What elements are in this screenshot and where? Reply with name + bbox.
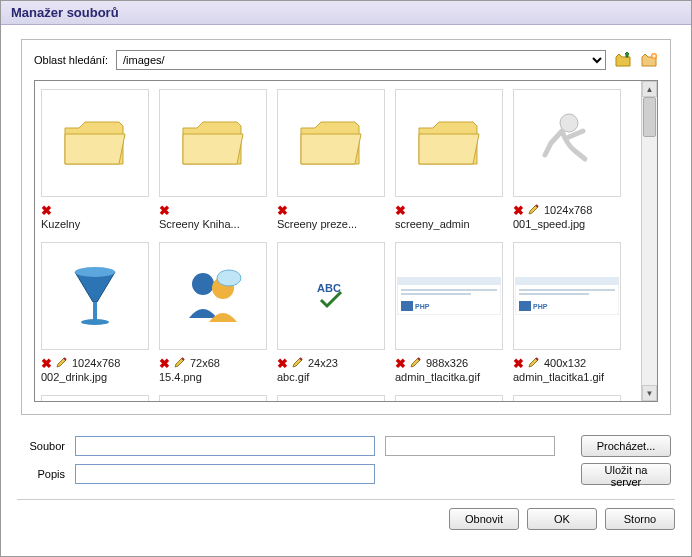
file-grid-container: ✖Kuzelny✖Screeny Kniha...✖Screeny preze.… bbox=[34, 80, 658, 402]
file-item[interactable]: ✖1024x768002_drink.jpg bbox=[41, 242, 149, 383]
file-dimensions: 24x23 bbox=[308, 357, 338, 369]
folder-item[interactable]: ✖Kuzelny bbox=[41, 89, 149, 230]
file-dimensions: 988x326 bbox=[426, 357, 468, 369]
file-thumbnail[interactable] bbox=[513, 89, 621, 197]
file-item[interactable]: ✖1024x768001_speed.jpg bbox=[513, 89, 621, 230]
svg-point-7 bbox=[217, 270, 241, 286]
edit-icon[interactable] bbox=[528, 356, 540, 370]
refresh-button[interactable]: Obnovit bbox=[449, 508, 519, 530]
svg-point-5 bbox=[192, 273, 214, 295]
folder-icon[interactable] bbox=[41, 89, 149, 197]
svg-rect-13 bbox=[401, 289, 497, 291]
svg-point-2 bbox=[75, 267, 115, 277]
edit-icon[interactable] bbox=[56, 356, 68, 370]
file-browser-panel: Oblast hledání: /images/ ✖Kuzelny✖Screen… bbox=[21, 39, 671, 415]
item-label: Screeny preze... bbox=[277, 218, 385, 230]
delete-icon[interactable]: ✖ bbox=[395, 356, 406, 371]
svg-text:ABC: ABC bbox=[317, 282, 341, 294]
item-label: 15.4.png bbox=[159, 371, 267, 383]
delete-icon[interactable]: ✖ bbox=[41, 356, 52, 371]
vertical-scrollbar[interactable]: ▲ ▼ bbox=[641, 81, 657, 401]
window-title: Manažer souborů bbox=[11, 5, 119, 20]
item-label: admin_tlacitka.gif bbox=[395, 371, 503, 383]
svg-rect-3 bbox=[93, 302, 97, 320]
scroll-up-button[interactable]: ▲ bbox=[642, 81, 657, 97]
scroll-thumb[interactable] bbox=[643, 97, 656, 137]
file-item-partial bbox=[513, 395, 621, 401]
search-label: Oblast hledání: bbox=[34, 54, 108, 66]
file-thumbnail[interactable]: ABC bbox=[277, 242, 385, 350]
delete-icon[interactable]: ✖ bbox=[159, 356, 170, 371]
file-item-partial bbox=[159, 395, 267, 401]
svg-rect-10 bbox=[397, 277, 501, 285]
folder-item[interactable]: ✖Screeny preze... bbox=[277, 89, 385, 230]
window-titlebar: Manažer souborů bbox=[1, 1, 691, 25]
delete-icon[interactable]: ✖ bbox=[41, 203, 52, 218]
file-label: Soubor bbox=[21, 440, 65, 452]
file-item[interactable]: ✖72x6815.4.png bbox=[159, 242, 267, 383]
folder-up-icon[interactable] bbox=[614, 51, 632, 69]
svg-rect-19 bbox=[519, 289, 615, 291]
folder-icon[interactable] bbox=[277, 89, 385, 197]
file-thumbnail[interactable] bbox=[159, 242, 267, 350]
delete-icon[interactable]: ✖ bbox=[513, 203, 524, 218]
item-label: screeny_admin bbox=[395, 218, 503, 230]
new-folder-icon[interactable] bbox=[640, 51, 658, 69]
delete-icon[interactable]: ✖ bbox=[277, 356, 288, 371]
item-label: 002_drink.jpg bbox=[41, 371, 149, 383]
upload-path-field[interactable] bbox=[385, 436, 555, 456]
item-label: Screeny Kniha... bbox=[159, 218, 267, 230]
edit-icon[interactable] bbox=[292, 356, 304, 370]
svg-point-4 bbox=[81, 319, 109, 325]
delete-icon[interactable]: ✖ bbox=[159, 203, 170, 218]
desc-input[interactable] bbox=[75, 464, 375, 484]
svg-rect-14 bbox=[401, 293, 471, 295]
file-input[interactable] bbox=[75, 436, 375, 456]
cancel-button[interactable]: Storno bbox=[605, 508, 675, 530]
svg-rect-11 bbox=[401, 301, 413, 311]
file-dimensions: 1024x768 bbox=[544, 204, 592, 216]
file-item-partial bbox=[41, 395, 149, 401]
edit-icon[interactable] bbox=[528, 203, 540, 217]
file-dimensions: 1024x768 bbox=[72, 357, 120, 369]
file-item[interactable]: PHP✖988x326admin_tlacitka.gif bbox=[395, 242, 503, 383]
svg-rect-17 bbox=[519, 301, 531, 311]
folder-item[interactable]: ✖screeny_admin bbox=[395, 89, 503, 230]
file-dimensions: 72x68 bbox=[190, 357, 220, 369]
item-label: Kuzelny bbox=[41, 218, 149, 230]
file-item-partial bbox=[277, 395, 385, 401]
item-label: admin_tlacitka1.gif bbox=[513, 371, 621, 383]
edit-icon[interactable] bbox=[410, 356, 422, 370]
delete-icon[interactable]: ✖ bbox=[277, 203, 288, 218]
file-item[interactable]: ABC✖24x23abc.gif bbox=[277, 242, 385, 383]
svg-text:PHP: PHP bbox=[533, 303, 548, 310]
file-thumbnail[interactable] bbox=[41, 242, 149, 350]
svg-text:PHP: PHP bbox=[415, 303, 430, 310]
scroll-down-button[interactable]: ▼ bbox=[642, 385, 657, 401]
search-path-select[interactable]: /images/ bbox=[116, 50, 606, 70]
delete-icon[interactable]: ✖ bbox=[395, 203, 406, 218]
file-dimensions: 400x132 bbox=[544, 357, 586, 369]
delete-icon[interactable]: ✖ bbox=[513, 356, 524, 371]
file-item[interactable]: PHP✖400x132admin_tlacitka1.gif bbox=[513, 242, 621, 383]
svg-rect-16 bbox=[515, 277, 619, 285]
browse-button[interactable]: Procházet... bbox=[581, 435, 671, 457]
edit-icon[interactable] bbox=[174, 356, 186, 370]
file-item-partial bbox=[395, 395, 503, 401]
file-thumbnail[interactable]: PHP bbox=[395, 242, 503, 350]
svg-rect-20 bbox=[519, 293, 589, 295]
desc-label: Popis bbox=[21, 468, 65, 480]
folder-icon[interactable] bbox=[159, 89, 267, 197]
folder-item[interactable]: ✖Screeny Kniha... bbox=[159, 89, 267, 230]
folder-icon[interactable] bbox=[395, 89, 503, 197]
upload-button[interactable]: Uložit na server bbox=[581, 463, 671, 485]
file-thumbnail[interactable]: PHP bbox=[513, 242, 621, 350]
item-label: 001_speed.jpg bbox=[513, 218, 621, 230]
item-label: abc.gif bbox=[277, 371, 385, 383]
ok-button[interactable]: OK bbox=[527, 508, 597, 530]
